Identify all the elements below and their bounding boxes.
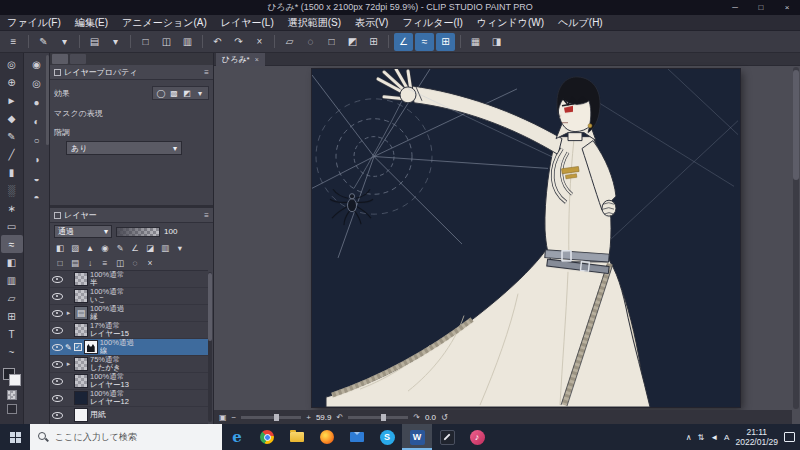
gradation-select[interactable]: あり ▾ (66, 141, 182, 155)
taskbar-search[interactable] (30, 424, 222, 450)
menu-layer[interactable]: レイヤー(L) (214, 15, 281, 31)
move-tool-icon[interactable]: ⊕ (1, 73, 23, 91)
menu-animation[interactable]: アニメーション(A) (115, 15, 214, 31)
rotation-slider-thumb[interactable] (381, 414, 386, 421)
merge-with-lower-icon[interactable]: ≡ (98, 256, 112, 269)
layer-row[interactable]: 100%通常半 (50, 271, 208, 288)
fill-tool-icon[interactable]: ◧ (1, 253, 23, 271)
enable-mask-icon[interactable]: ◉ (98, 241, 112, 254)
layer-thumbnail[interactable] (74, 289, 88, 303)
export-icon[interactable]: ▥ (178, 33, 197, 51)
subtool-scrollbar[interactable] (46, 55, 49, 145)
two-pane-icon[interactable]: ▥ (158, 241, 172, 254)
new-raster-layer-icon[interactable]: □ (53, 256, 67, 269)
text-tool-icon[interactable]: T (1, 325, 23, 343)
zoom-slider-thumb[interactable] (274, 414, 279, 421)
clip-to-layer-below-icon[interactable]: ◧ (53, 241, 67, 254)
snap-to-ruler-icon[interactable]: ∠ (394, 33, 413, 51)
menu-help[interactable]: ヘルプ(H) (551, 15, 610, 31)
sub-color-chip[interactable] (7, 404, 17, 414)
create-layer-mask-icon[interactable]: ◫ (113, 256, 127, 269)
visibility-icon[interactable] (52, 275, 63, 284)
menu-file[interactable]: ファイル(F) (0, 15, 68, 31)
zoom-out-icon[interactable]: − (232, 413, 237, 422)
music-icon[interactable]: ♪ (462, 424, 492, 450)
minimize-button[interactable]: ─ (722, 0, 748, 15)
paper-color-icon[interactable]: ▤ (85, 33, 104, 51)
delete-layer-icon[interactable]: × (143, 256, 157, 269)
clear-icon[interactable]: × (250, 33, 269, 51)
layer-property-tab[interactable] (52, 54, 68, 64)
deselect-icon[interactable]: □ (322, 33, 341, 51)
undo-icon[interactable]: ↶ (208, 33, 227, 51)
subtool-7-icon[interactable]: ◒ (26, 169, 48, 188)
action-center-icon[interactable] (784, 432, 795, 442)
skype-icon[interactable]: S (372, 424, 402, 450)
menu-edit[interactable]: 編集(E) (68, 15, 115, 31)
opacity-slider[interactable] (116, 227, 160, 237)
mask-to-selection-icon[interactable]: ◌ (128, 256, 142, 269)
word-icon[interactable]: W (402, 424, 432, 450)
eyedropper-tool-icon[interactable]: ◆ (1, 109, 23, 127)
menu-selection[interactable]: 選択範囲(S) (281, 15, 348, 31)
subtool-2-icon[interactable]: ◎ (26, 74, 48, 93)
search-input[interactable] (55, 432, 205, 442)
transparent-color-chip[interactable] (7, 390, 17, 400)
layer-thumbnail[interactable] (74, 391, 88, 405)
eraser-tool-icon[interactable]: ▭ (1, 217, 23, 235)
scrollbar-thumb[interactable] (208, 273, 212, 341)
canvas-artboard[interactable] (312, 69, 740, 407)
ruler-icon[interactable]: ∠ (128, 241, 142, 254)
reset-view-icon[interactable]: ↺ (441, 413, 448, 422)
visibility-icon[interactable] (52, 292, 63, 301)
mail-icon[interactable] (342, 424, 372, 450)
visibility-icon[interactable] (52, 394, 63, 403)
subtool-8-icon[interactable]: ◓ (26, 188, 48, 207)
layer-row[interactable]: 用紙 (50, 407, 208, 424)
clip-studio-icon[interactable] (432, 424, 462, 450)
close-button[interactable]: × (774, 0, 800, 15)
layer-list-scrollbar[interactable] (208, 272, 212, 422)
menu-window[interactable]: ウィンドウ(W) (470, 15, 551, 31)
select-rectangle-icon[interactable]: ▱ (280, 33, 299, 51)
brush-tool-icon[interactable]: ▮ (1, 163, 23, 181)
subtool-6-icon[interactable]: ◑ (26, 150, 48, 169)
new-canvas-icon[interactable]: □ (136, 33, 155, 51)
show-grid-icon[interactable]: ▦ (466, 33, 485, 51)
operation-tool-icon[interactable]: ► (1, 91, 23, 109)
layer-thumbnail[interactable] (84, 340, 98, 354)
layer-checkbox[interactable]: ✓ (74, 343, 82, 351)
figure-tool-icon[interactable]: ▱ (1, 289, 23, 307)
expand-icon[interactable]: ▸ (65, 360, 72, 368)
current-tool-icon[interactable]: ✎ (34, 33, 53, 51)
snap-to-special-ruler-icon[interactable]: ≈ (415, 33, 434, 51)
decoration-tool-icon[interactable]: ∗ (1, 199, 23, 217)
lock-transparent-pixels-icon[interactable]: ▨ (68, 241, 82, 254)
layer-color-effect-icon[interactable]: ◩ (181, 89, 193, 98)
select-lasso-icon[interactable]: ◌ (301, 33, 320, 51)
rotate-left-icon[interactable]: ↶ (336, 413, 343, 422)
file-explorer-icon[interactable] (282, 424, 312, 450)
layer-thumbnail[interactable] (74, 374, 88, 388)
invert-selection-icon[interactable]: ◩ (343, 33, 362, 51)
layer-thumbnail[interactable] (74, 408, 88, 422)
fit-to-screen-icon[interactable]: ▣ (219, 413, 227, 422)
workspace-settings-icon[interactable]: ◨ (487, 33, 506, 51)
network-icon[interactable]: ⇅ (697, 433, 704, 442)
layer-thumbnail[interactable] (74, 357, 88, 371)
visibility-icon[interactable] (52, 343, 63, 352)
palette-dropdown-icon[interactable]: ▾ (173, 241, 187, 254)
main-menu-icon[interactable]: ≡ (4, 33, 23, 51)
chrome-icon[interactable] (252, 424, 282, 450)
save-canvas-icon[interactable]: ◫ (157, 33, 176, 51)
paper-dropdown-icon[interactable]: ▾ (106, 33, 125, 51)
rotate-right-icon[interactable]: ↷ (413, 413, 420, 422)
menu-filter[interactable]: フィルター(I) (395, 15, 469, 31)
pen-tool-icon[interactable]: ✎ (1, 127, 23, 145)
layer-row[interactable]: ✎✓100%通過線 (50, 339, 208, 356)
subtool-4-icon[interactable]: ◐ (26, 112, 48, 131)
expression-color-icon[interactable]: ▾ (194, 89, 206, 98)
tone-effect-icon[interactable]: ▩ (168, 89, 180, 98)
set-as-draft-icon[interactable]: ✎ (113, 241, 127, 254)
maximize-button[interactable]: □ (748, 0, 774, 15)
